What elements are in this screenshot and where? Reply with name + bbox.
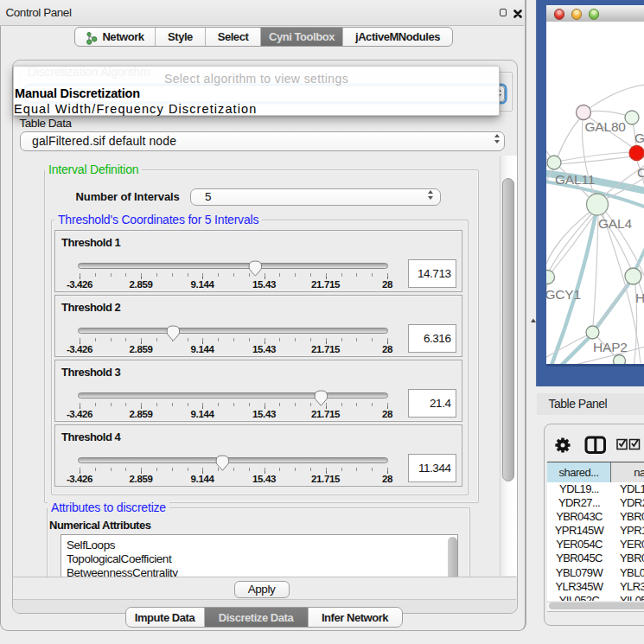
svg-text:HAP2: HAP2	[593, 340, 628, 354]
svg-text:GAL4: GAL4	[598, 216, 632, 231]
svg-text:GAL80: GAL80	[585, 119, 627, 134]
svg-text:HI: HI	[635, 290, 644, 305]
svg-text:GA: GA	[634, 131, 644, 145]
svg-text:GCY1: GCY1	[546, 287, 581, 302]
svg-text:GAL11: GAL11	[555, 172, 595, 187]
svg-text:CR: CR	[637, 165, 644, 180]
